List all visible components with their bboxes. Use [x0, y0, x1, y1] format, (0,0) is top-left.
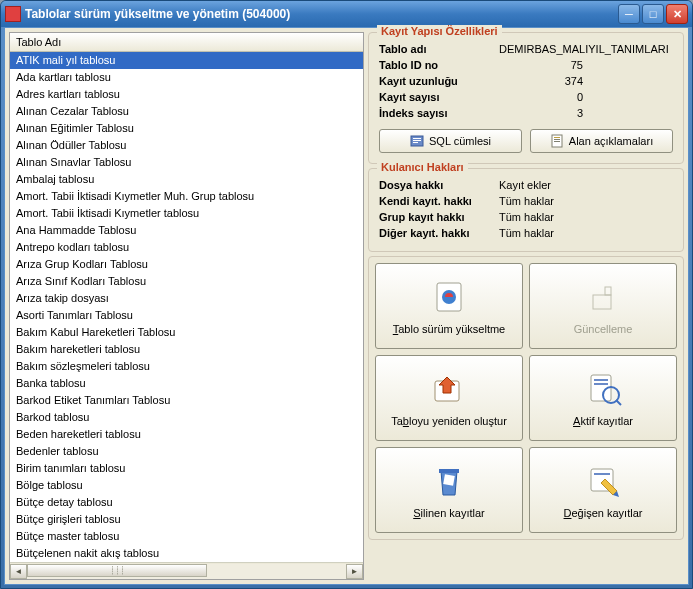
- list-item[interactable]: Alınan Cezalar Tablosu: [10, 103, 363, 120]
- field-desc-label: Alan açıklamaları: [569, 135, 653, 147]
- value-indeks: 3: [499, 105, 673, 121]
- main-window: Tablolar sürüm yükseltme ve yönetim (504…: [0, 0, 693, 589]
- update-icon: [583, 277, 623, 317]
- scroll-thumb[interactable]: ┊┊┊: [27, 564, 207, 577]
- label-tablo-adi: Tablo adı: [379, 41, 499, 57]
- list-item[interactable]: Arıza Grup Kodları Tablosu: [10, 256, 363, 273]
- svg-rect-6: [554, 139, 560, 140]
- value-tablo-adi: DEMIRBAS_MALIYIL_TANIMLARI: [499, 41, 673, 57]
- list-item[interactable]: Barkod Etiket Tanımları Tablosu: [10, 392, 363, 409]
- label-kayit-uz: Kayıt uzunluğu: [379, 73, 499, 89]
- list-item[interactable]: Bakım hareketleri tablosu: [10, 341, 363, 358]
- list-item[interactable]: Ana Hammadde Tablosu: [10, 222, 363, 239]
- deleted-records-icon: [429, 461, 469, 501]
- field-descriptions-button[interactable]: Alan açıklamaları: [530, 129, 673, 153]
- window-title: Tablolar sürüm yükseltme ve yönetim (504…: [25, 7, 618, 21]
- recreate-table-button[interactable]: Tabloyu yeniden oluştur: [375, 355, 523, 441]
- right-panel: Kayıt Yapısı Özellikleri Tablo adıDEMIRB…: [368, 32, 684, 580]
- list-item[interactable]: Antrepo kodları tablosu: [10, 239, 363, 256]
- label-tablo-id: Tablo ID no: [379, 57, 499, 73]
- list-item[interactable]: Bütçelenen nakit akış tablosu: [10, 545, 363, 562]
- value-tablo-id: 75: [499, 57, 673, 73]
- list-item[interactable]: Amort. Tabii İktisadi Kıymetler Muh. Gru…: [10, 188, 363, 205]
- list-item[interactable]: Amort. Tabii İktisadi Kıymetler tablosu: [10, 205, 363, 222]
- value-dosya: Kayıt ekler: [499, 177, 673, 193]
- svg-rect-11: [605, 287, 611, 295]
- list-item[interactable]: Bakım Kabul Hareketleri Tablosu: [10, 324, 363, 341]
- changed-label: Değişen kayıtlar: [564, 507, 643, 519]
- app-icon: [5, 6, 21, 22]
- record-props-legend: Kayıt Yapısı Özellikleri: [377, 25, 502, 37]
- label-dosya: Dosya hakkı: [379, 177, 499, 193]
- recreate-label: Tabloyu yeniden oluştur: [391, 415, 507, 427]
- update-label: Güncelleme: [574, 323, 633, 335]
- list-item[interactable]: Ambalaj tablosu: [10, 171, 363, 188]
- label-kayit-say: Kayıt sayısı: [379, 89, 499, 105]
- active-records-icon: [583, 369, 623, 409]
- deleted-records-button[interactable]: Silinen kayıtlar: [375, 447, 523, 533]
- table-list[interactable]: ATIK mali yıl tablosuAda kartları tablos…: [10, 52, 363, 562]
- list-item[interactable]: Alınan Eğitimler Tablosu: [10, 120, 363, 137]
- svg-rect-19: [443, 474, 455, 486]
- label-diger: Diğer kayıt. hakkı: [379, 225, 499, 241]
- update-button: Güncelleme: [529, 263, 677, 349]
- list-item[interactable]: Adres kartları tablosu: [10, 86, 363, 103]
- list-item[interactable]: Bütçe girişleri tablosu: [10, 511, 363, 528]
- svg-line-17: [616, 400, 621, 405]
- svg-rect-3: [413, 142, 418, 143]
- list-item[interactable]: Alınan Ödüller Tablosu: [10, 137, 363, 154]
- svg-rect-14: [594, 379, 608, 381]
- close-button[interactable]: ✕: [666, 4, 688, 24]
- table-list-panel: Tablo Adı ATIK mali yıl tablosuAda kartl…: [9, 32, 364, 580]
- titlebar[interactable]: Tablolar sürüm yükseltme ve yönetim (504…: [1, 1, 692, 27]
- label-kendi: Kendi kayıt. hakkı: [379, 193, 499, 209]
- list-item[interactable]: Beden hareketleri tablosu: [10, 426, 363, 443]
- sql-statement-button[interactable]: SQL cümlesi: [379, 129, 522, 153]
- upgrade-icon: [429, 277, 469, 317]
- actions-panel: Tablo sürüm yükseltme Güncelleme Tabloyu…: [368, 256, 684, 540]
- user-rights-group: Kulanıcı Hakları Dosya hakkıKayıt ekler …: [368, 168, 684, 252]
- list-column-header[interactable]: Tablo Adı: [10, 33, 363, 52]
- list-item[interactable]: Birim tanımları tablosu: [10, 460, 363, 477]
- scroll-right-icon[interactable]: ►: [346, 564, 363, 579]
- value-kayit-uz: 374: [499, 73, 673, 89]
- document-icon: [550, 134, 564, 148]
- list-item[interactable]: Banka tablosu: [10, 375, 363, 392]
- list-item[interactable]: Bütçe detay tablosu: [10, 494, 363, 511]
- list-item[interactable]: Arıza takip dosyası: [10, 290, 363, 307]
- deleted-label: Silinen kayıtlar: [413, 507, 485, 519]
- active-records-button[interactable]: Aktif kayıtlar: [529, 355, 677, 441]
- svg-rect-1: [413, 138, 421, 139]
- list-item[interactable]: Bölge tablosu: [10, 477, 363, 494]
- list-item[interactable]: Bedenler tablosu: [10, 443, 363, 460]
- value-diger: Tüm haklar: [499, 225, 673, 241]
- list-item[interactable]: Arıza Sınıf Kodları Tablosu: [10, 273, 363, 290]
- svg-rect-2: [413, 140, 421, 141]
- scroll-left-icon[interactable]: ◄: [10, 564, 27, 579]
- changed-records-icon: [583, 461, 623, 501]
- sql-button-label: SQL cümlesi: [429, 135, 491, 147]
- label-grup: Grup kayıt hakkı: [379, 209, 499, 225]
- changed-records-button[interactable]: Değişen kayıtlar: [529, 447, 677, 533]
- svg-rect-18: [439, 469, 459, 473]
- value-kendi: Tüm haklar: [499, 193, 673, 209]
- recreate-icon: [429, 369, 469, 409]
- window-body: Tablo Adı ATIK mali yıl tablosuAda kartl…: [4, 27, 689, 585]
- svg-rect-7: [554, 141, 560, 142]
- svg-rect-15: [594, 383, 608, 385]
- minimize-button[interactable]: ─: [618, 4, 640, 24]
- maximize-button[interactable]: □: [642, 4, 664, 24]
- list-item[interactable]: Barkod tablosu: [10, 409, 363, 426]
- list-item[interactable]: ATIK mali yıl tablosu: [10, 52, 363, 69]
- record-props-group: Kayıt Yapısı Özellikleri Tablo adıDEMIRB…: [368, 32, 684, 164]
- list-item[interactable]: Alınan Sınavlar Tablosu: [10, 154, 363, 171]
- svg-rect-21: [594, 473, 610, 475]
- scroll-track[interactable]: ┊┊┊: [27, 564, 346, 579]
- horizontal-scrollbar[interactable]: ◄ ┊┊┊ ►: [10, 562, 363, 579]
- sql-icon: [410, 134, 424, 148]
- list-item[interactable]: Bakım sözleşmeleri tablosu: [10, 358, 363, 375]
- table-upgrade-button[interactable]: Tablo sürüm yükseltme: [375, 263, 523, 349]
- list-item[interactable]: Bütçe master tablosu: [10, 528, 363, 545]
- list-item[interactable]: Asorti Tanımları Tablosu: [10, 307, 363, 324]
- list-item[interactable]: Ada kartları tablosu: [10, 69, 363, 86]
